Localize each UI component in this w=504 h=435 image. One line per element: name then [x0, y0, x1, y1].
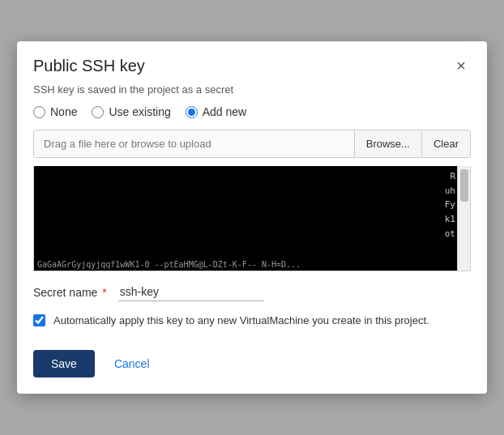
browse-button[interactable]: Browse... — [354, 130, 421, 157]
dialog-subtitle: SSH key is saved in the project as a sec… — [17, 83, 487, 105]
upload-section: Drag a file here or browse to upload Bro… — [17, 130, 487, 166]
secret-name-input[interactable] — [118, 283, 264, 301]
dialog-overlay: Public SSH key × SSH key is saved in the… — [0, 0, 504, 435]
radio-none-input[interactable] — [33, 106, 45, 118]
radio-use-existing[interactable]: Use existing — [92, 105, 170, 118]
checkbox-row: Automatically apply this key to any new … — [17, 309, 487, 342]
radio-none[interactable]: None — [33, 105, 77, 118]
radio-group: None Use existing Add new — [17, 105, 487, 130]
radio-add-new[interactable]: Add new — [186, 105, 246, 118]
key-bottom-text: GaGaAGrGyjqyjqqf1wWK1-0 --ptEaHMG@L-DZt-… — [37, 260, 457, 269]
dialog: Public SSH key × SSH key is saved in the… — [17, 41, 487, 394]
dialog-title: Public SSH key — [33, 57, 145, 75]
secret-name-row: Secret name * — [17, 271, 487, 309]
upload-bar: Drag a file here or browse to upload Bro… — [33, 130, 471, 158]
save-button[interactable]: Save — [33, 350, 95, 377]
dialog-header: Public SSH key × — [17, 41, 487, 83]
key-visible-chars: RuhFyk1ot — [445, 169, 455, 241]
dialog-footer: Save Cancel — [17, 342, 487, 394]
radio-add-new-label: Add new — [203, 105, 246, 118]
secret-name-label: Secret name * — [33, 286, 107, 299]
clear-button[interactable]: Clear — [421, 130, 470, 157]
auto-apply-label: Automatically apply this key to any new … — [53, 313, 429, 329]
close-button[interactable]: × — [451, 56, 471, 75]
radio-use-existing-input[interactable] — [92, 106, 104, 118]
key-redacted-block — [34, 166, 457, 271]
scrollbar-thumb — [460, 169, 468, 202]
cancel-button[interactable]: Cancel — [108, 350, 156, 377]
radio-use-existing-label: Use existing — [109, 105, 170, 118]
key-content-area: RuhFyk1ot GaGaAGrGyjqyjqqf1wWK1-0 --ptEa… — [33, 166, 471, 271]
radio-none-label: None — [50, 105, 77, 118]
required-star: * — [99, 286, 106, 299]
scrollbar[interactable] — [457, 166, 470, 271]
auto-apply-checkbox[interactable] — [33, 314, 45, 326]
upload-drop-zone[interactable]: Drag a file here or browse to upload — [34, 130, 354, 157]
radio-add-new-input[interactable] — [186, 106, 198, 118]
